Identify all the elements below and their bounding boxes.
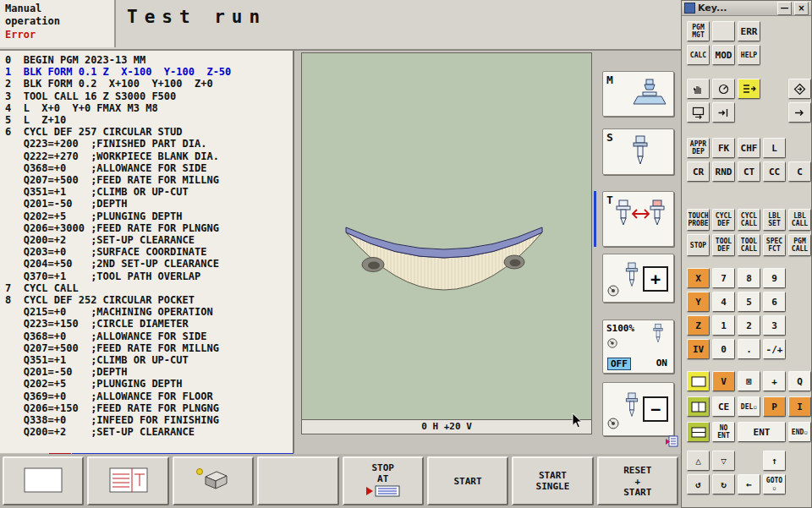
- softkey-start-single[interactable]: START SINGLE: [512, 456, 593, 505]
- key-screen-focus[interactable]: [738, 79, 760, 99]
- key-plus[interactable]: +: [763, 371, 786, 391]
- key-3[interactable]: 3: [763, 315, 786, 336]
- key-axis-v[interactable]: V: [712, 371, 735, 391]
- key-tool-call[interactable]: TOOL CALL: [738, 234, 760, 256]
- key-window-shift[interactable]: [712, 102, 735, 123]
- program-line[interactable]: Q215=+0 ;MACHINING OPERATION: [5, 306, 293, 318]
- key-c[interactable]: C: [788, 161, 811, 182]
- key-l[interactable]: L: [763, 138, 786, 158]
- key-help[interactable]: HELP: [738, 45, 760, 65]
- key-ct[interactable]: CT: [738, 161, 760, 182]
- key-rotate-cw[interactable]: ↻: [712, 474, 735, 494]
- key-decimal[interactable]: .: [738, 339, 760, 359]
- program-line[interactable]: Q368=+0 ;ALLOWANCE FOR SIDE: [5, 330, 293, 342]
- key-6[interactable]: 6: [763, 292, 786, 312]
- key-axis-z[interactable]: Z: [687, 315, 710, 336]
- key-9[interactable]: 9: [763, 268, 786, 288]
- program-line[interactable]: 1 BLK FORM 0.1 Z X-100 Y-100 Z-50: [5, 66, 293, 78]
- key-appr-dep[interactable]: APPR DEP: [687, 138, 710, 158]
- key-axis-x[interactable]: X: [687, 268, 710, 288]
- key-p[interactable]: P: [763, 396, 786, 417]
- key-stop[interactable]: STOP: [687, 234, 710, 256]
- program-line[interactable]: Q368=+0 ;ALLOWANCE FOR SIDE: [5, 162, 293, 174]
- program-line[interactable]: Q206=+3000 ;FEED RATE FOR PLNGNG: [5, 222, 293, 234]
- key-axis-iv[interactable]: IV: [687, 339, 710, 359]
- key-tool-def[interactable]: TOOL DEF: [712, 234, 735, 256]
- program-line[interactable]: Q202=+5 ;PLUNGING DEPTH: [5, 210, 293, 222]
- program-line[interactable]: Q200=+2 ;SET-UP CLEARANCE: [5, 234, 293, 246]
- key-sign[interactable]: -/+: [763, 339, 786, 359]
- key-calc[interactable]: CALC: [687, 45, 710, 65]
- key-cr[interactable]: CR: [687, 161, 710, 182]
- program-line[interactable]: Q201=-50 ;DEPTH: [5, 198, 293, 210]
- program-line[interactable]: 3 TOOL CALL 16 Z S3000 F500: [5, 90, 293, 102]
- softkey-stop-at[interactable]: STOP AT: [343, 456, 424, 505]
- close-button[interactable]: ×: [794, 2, 809, 15]
- program-line[interactable]: 4 L X+0 Y+0 FMAX M3 M8: [5, 102, 293, 114]
- key-arrow-left[interactable]: ←: [738, 474, 760, 494]
- program-line[interactable]: Q351=+1 ;CLIMB OR UP-CUT: [5, 354, 293, 366]
- key-touch-probe[interactable]: TOUCH PROBE: [687, 209, 710, 231]
- key-page-up[interactable]: △: [687, 451, 710, 471]
- key-1[interactable]: 1: [712, 315, 735, 336]
- program-line[interactable]: 6 CYCL DEF 257 CIRCULAR STUD: [5, 126, 293, 138]
- softkey-program-graphics-view[interactable]: [87, 456, 168, 505]
- key-pgm-call[interactable]: PGM CALL: [788, 234, 811, 256]
- key-0[interactable]: 0: [712, 339, 735, 359]
- key-screen-layout-2[interactable]: [687, 396, 710, 417]
- softkey-tool-change[interactable]: T: [602, 191, 674, 247]
- key-arrow-up[interactable]: ↑: [763, 451, 786, 471]
- key-i[interactable]: I: [788, 396, 811, 417]
- key-ce[interactable]: CE: [712, 396, 735, 417]
- key-7[interactable]: 7: [712, 268, 735, 288]
- key-rotate-ccw[interactable]: ↺: [687, 474, 710, 494]
- softkey-start[interactable]: START: [427, 456, 508, 505]
- key-spec-fct[interactable]: SPEC FCT: [763, 234, 786, 256]
- program-line[interactable]: Q222=+270 ;WORKPIECE BLANK DIA.: [5, 150, 293, 162]
- key-lbl-call[interactable]: LBL CALL: [788, 209, 811, 231]
- softkey-m-function[interactable]: M: [602, 71, 674, 117]
- keyboard-window-titlebar[interactable]: Key... — ×: [682, 1, 811, 16]
- program-line[interactable]: Q370=+1 ;TOOL PATH OVERLAP: [5, 270, 293, 282]
- key-2[interactable]: 2: [738, 315, 760, 336]
- program-line[interactable]: Q223=+200 ;FINISHED PART DIA.: [5, 138, 293, 150]
- softkey-spindle-status[interactable]: S: [602, 128, 674, 175]
- key-4[interactable]: 4: [712, 292, 735, 312]
- key-pan-hand[interactable]: [687, 79, 710, 99]
- minimize-button[interactable]: —: [777, 2, 792, 15]
- key-no-ent[interactable]: NO ENT: [712, 422, 735, 442]
- program-listing[interactable]: 0 BEGIN PGM 2023-13 MM1 BLK FORM 0.1 Z X…: [0, 51, 294, 453]
- program-line[interactable]: Q202=+5 ;PLUNGING DEPTH: [5, 378, 293, 390]
- program-line[interactable]: Q207=+500 ;FEED RATE FOR MILLNG: [5, 174, 293, 186]
- program-line[interactable]: Q369=+0 ;ALLOWANCE FOR FLOOR: [5, 391, 293, 402]
- program-line[interactable]: 2 BLK FORM 0.2 X+100 Y+100 Z+0: [5, 78, 293, 90]
- key-5[interactable]: 5: [738, 292, 760, 312]
- softkey-magnify-minus[interactable]: −: [602, 382, 674, 436]
- key-clear[interactable]: ⊠: [738, 371, 760, 391]
- key-page-down[interactable]: ▽: [712, 451, 735, 471]
- key-cycl-def[interactable]: CYCL DEF: [712, 209, 735, 231]
- program-line[interactable]: 5 L Z+10: [5, 114, 293, 126]
- key-window-select[interactable]: [687, 102, 710, 123]
- program-line[interactable]: 7 CYCL CALL: [5, 282, 293, 294]
- key-ent[interactable]: ENT: [738, 422, 786, 442]
- key-mod[interactable]: MOD: [712, 45, 735, 65]
- program-line[interactable]: Q207=+500 ;FEED RATE FOR MILLNG: [5, 342, 293, 354]
- program-line[interactable]: Q200=+2 ;SET-UP CLEARANCE: [5, 426, 293, 438]
- key-err[interactable]: ERR: [738, 21, 760, 41]
- program-line[interactable]: Q201=-50 ;DEPTH: [5, 366, 293, 378]
- softkey-magnify-plus[interactable]: +: [602, 254, 674, 303]
- key-goto[interactable]: GOTO ▫: [763, 474, 786, 494]
- key-end[interactable]: END▫: [788, 422, 811, 442]
- key-lbl-set[interactable]: LBL SET: [763, 209, 786, 231]
- softkey-spindle-override-100[interactable]: S100% OFF ON: [602, 320, 674, 374]
- key-8[interactable]: 8: [738, 268, 760, 288]
- key-q[interactable]: Q: [788, 371, 811, 391]
- key-rnd[interactable]: RND: [712, 161, 735, 182]
- program-line[interactable]: Q204=+50 ;2ND SET-UP CLEARANCE: [5, 258, 293, 270]
- key-screen-layout-1[interactable]: [687, 371, 710, 391]
- softkey-empty[interactable]: [257, 456, 338, 505]
- program-line[interactable]: Q203=+0 ;SURFACE COORDINATE: [5, 246, 293, 258]
- program-line[interactable]: Q206=+150 ;FEED RATE FOR PLNGNG: [5, 402, 293, 414]
- program-line[interactable]: Q223=+150 ;CIRCLE DIAMETER: [5, 318, 293, 330]
